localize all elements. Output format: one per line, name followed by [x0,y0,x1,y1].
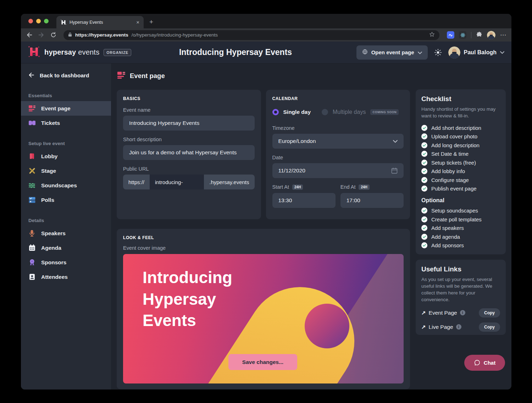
check-circle-icon [421,234,427,240]
sidebar-item-label: Speakers [41,230,66,237]
cover-title-line2: Hypersay [143,288,232,310]
single-day-label: Single day [283,109,311,115]
event-page-link[interactable]: Event Page [429,310,457,316]
reload-icon[interactable] [50,32,57,38]
browser-tab-strip: Hypersay Events × + [21,14,511,28]
extensions-puzzle-icon[interactable] [476,31,482,39]
checklist-item[interactable]: Set Date & time [421,151,500,157]
back-to-dashboard[interactable]: Back to dashboard [21,69,111,82]
checklist-item[interactable]: Setup tickets (free) [421,160,500,166]
check-circle-icon [421,225,427,231]
sidebar-item-stage[interactable]: Stage [21,164,111,178]
open-event-page-button[interactable]: Open event page [356,45,428,60]
browser-profile-avatar[interactable] [487,31,495,39]
copy-live-page-button[interactable]: Copy [479,322,500,332]
window-controls [21,14,56,28]
checklist-item-label: Add agenda [431,234,460,240]
checklist-item[interactable]: Configure stage [421,177,500,183]
date-input[interactable]: 11/12/2020 [272,163,404,178]
short-description-input[interactable]: Join us for a demo of what Hypersay Even… [123,145,255,160]
cover-title: Introducing Hypersay Events [143,267,232,331]
check-circle-icon [421,133,427,139]
chat-button[interactable]: Chat [464,355,505,371]
browser-tab[interactable]: Hypersay Events × [56,16,144,28]
checklist-item[interactable]: Setup soundscapes [421,208,500,214]
checklist-item[interactable]: Upload cover photo [421,133,500,139]
live-page-link[interactable]: Live Page [429,324,453,330]
browser-menu-icon[interactable]: ⋯ [500,31,506,39]
open-event-page-label: Open event page [371,49,414,55]
sidebar-item-tickets[interactable]: Tickets [21,116,111,130]
brand[interactable]: hypersay events ORGANIZE [28,46,131,59]
zoom-window-button[interactable] [44,19,49,23]
back-icon[interactable] [26,32,33,38]
public-url-slug-input[interactable]: introducing- [150,175,204,189]
sidebar-item-event-page[interactable]: Event page [21,101,111,116]
sidebar-item-agenda[interactable]: Agenda [21,241,111,255]
sidebar-item-sponsors[interactable]: Sponsors [21,255,111,270]
check-circle-icon [421,242,427,248]
calendar-card: CALENDAR Single day Multiple days COMING… [266,90,410,219]
check-circle-icon [421,142,427,148]
minimize-window-button[interactable] [36,19,41,23]
sidebar-item-soundscapes[interactable]: Soundscapes [21,178,111,193]
multiple-days-label: Multiple days [333,109,366,115]
theme-sun-icon[interactable] [434,49,442,56]
sidebar: Back to dashboard Essentials Event page … [21,64,111,390]
single-day-radio[interactable] [272,109,279,115]
calendar-icon[interactable] [391,167,398,174]
toolbar-separator [471,32,471,38]
lobby-icon [28,153,35,160]
save-changes-button[interactable]: Save changes... [228,354,297,370]
globe-icon [362,49,368,56]
event-cover-image-label: Event cover image [123,245,404,251]
timezone-select[interactable]: Europe/London [272,134,404,149]
bookmark-star-icon[interactable] [429,32,435,38]
page-title: Introducing Hypersay Events [154,48,317,57]
chat-button-label: Chat [484,360,495,366]
hypersay-logo [28,46,40,59]
end-time-input[interactable]: 17:00 [340,193,404,208]
end-at-label: End At [340,184,356,190]
main-content: Event page BASICS Event name Introducing… [111,64,511,390]
copy-event-page-button[interactable]: Copy [479,308,500,318]
address-bar[interactable]: https://hypersay.events/o/hypersay/intro… [63,30,439,40]
close-window-button[interactable] [28,19,33,23]
extension-blue-icon[interactable] [447,31,454,39]
new-tab-button[interactable]: + [149,18,153,26]
checklist-item[interactable]: Add short description [421,125,500,131]
sidebar-item-lobby[interactable]: Lobby [21,149,111,164]
sidebar-item-label: Lobby [41,153,58,160]
checklist-item[interactable]: Create poll templates [421,216,500,222]
sidebar-item-attendees[interactable]: Attendees [21,270,111,284]
external-link-icon: ↗ [421,324,426,330]
speakers-icon [28,230,35,237]
back-arrow-icon [28,72,34,79]
checklist-item-label: Publish event page [431,186,477,192]
checklist-item[interactable]: Add long description [421,142,500,148]
soundscapes-icon [28,182,35,189]
multiple-days-radio[interactable] [322,109,328,115]
sidebar-item-speakers[interactable]: Speakers [21,226,111,241]
info-icon[interactable]: i [460,310,465,315]
checklist-item[interactable]: Add speakers [421,225,500,231]
checklist-item[interactable]: Add agenda [421,234,500,240]
info-icon[interactable]: i [456,324,461,330]
forward-icon[interactable] [38,32,45,38]
tab-close-icon[interactable]: × [136,19,139,25]
sidebar-item-polls[interactable]: Polls [21,193,111,207]
checklist-item[interactable]: Add lobby info [421,168,500,174]
extension-atom-icon[interactable] [459,31,466,39]
start-time-input[interactable]: 13:30 [272,193,336,208]
cover-ticket-hole [305,304,349,348]
timezone-value: Europe/London [278,138,316,144]
event-page-icon [28,105,35,112]
checklist-item[interactable]: Publish event page [421,186,500,192]
event-name-input[interactable]: Introducing Hypersay Events [123,116,255,131]
user-menu[interactable]: Paul Balogh [448,46,504,59]
checklist-item-label: Setup tickets (free) [431,160,476,166]
event-name-label: Event name [123,107,255,113]
useful-links-card: Useful Links As you set up your event, s… [416,260,506,335]
check-circle-icon [421,160,427,166]
checklist-item[interactable]: Add sponsors [421,242,500,248]
